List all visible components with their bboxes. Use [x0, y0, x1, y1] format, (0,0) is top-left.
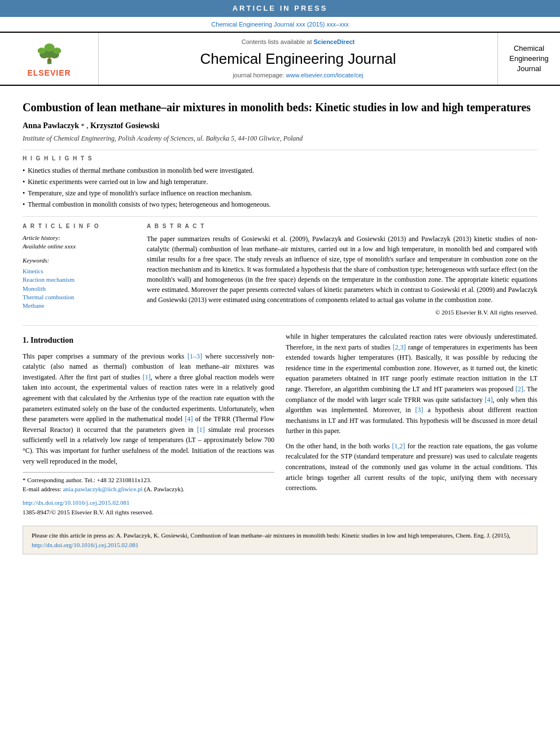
article-info-label: A R T I C L E I N F O — [23, 222, 135, 230]
keyword-kinetics[interactable]: Kinetics — [23, 267, 135, 276]
keyword-methane[interactable]: Methane — [23, 302, 135, 310]
intro-para-2: while in higher temperatures the calcula… — [286, 331, 537, 436]
journal-main-header-center: Contents lists available at ScienceDirec… — [99, 33, 498, 85]
ref-4b[interactable]: [4] — [485, 396, 493, 404]
instead-word: instead — [330, 463, 349, 471]
affiliation: Institute of Chemical Engineering, Polis… — [23, 134, 537, 143]
intro-para-3: On the other hand, in the both works [1,… — [286, 441, 537, 493]
article-history: Article history: Available online xxxx — [23, 234, 135, 251]
main-content: Combustion of lean methane–air mixtures … — [0, 86, 560, 563]
elsevier-logo-area: ELSEVIER — [0, 33, 99, 85]
ref-1[interactable]: [1] — [143, 373, 151, 381]
sciencedirect-link[interactable]: ScienceDirect — [314, 38, 355, 45]
highlights-label: H I G H L I G H T S — [23, 155, 537, 163]
author-pawlaczyk: Anna Pawlaczyk — [23, 121, 79, 130]
highlight-item: • Kinetics studies of thermal methane co… — [23, 166, 537, 176]
doi-section: http://dx.doi.org/10.1016/j.cej.2015.02.… — [23, 498, 274, 517]
divider — [23, 325, 537, 326]
keywords-section: Keywords: Kinetics Reaction mechanism Mo… — [23, 256, 135, 310]
ref-2-3[interactable]: [2,3] — [393, 343, 406, 351]
citation-doi-link[interactable]: http://dx.doi.org/10.1016/j.cej.2015.02.… — [32, 541, 139, 548]
highlights-section: H I G H L I G H T S • Kinetics studies o… — [23, 150, 537, 209]
elsevier-wordmark: ELSEVIER — [27, 68, 71, 79]
svg-point-7 — [53, 48, 61, 54]
ref-1-2[interactable]: [1,2] — [392, 442, 405, 450]
journal-side-logo: ChemicalEngineeringJournal — [498, 33, 560, 85]
copyright-line: © 2015 Elsevier B.V. All rights reserved… — [147, 308, 537, 317]
highlight-item: • Temperature, size and type of monolith… — [23, 189, 537, 198]
homepage-url[interactable]: www.elsevier.com/locate/cej — [286, 72, 364, 78]
intro-para-1: This paper comprises a summary of the pr… — [23, 351, 274, 467]
highlight-item: • Thermal combustion in monolith consist… — [23, 200, 537, 209]
info-abstract-section: A R T I C L E I N F O Article history: A… — [23, 216, 537, 317]
authors-line: Anna Pawlaczyk * , Krzysztof Gosiewski — [23, 120, 537, 132]
abstract-col: A B S T R A C T The paper summarizes res… — [147, 222, 537, 317]
that-word: that — [67, 394, 77, 402]
journal-ref-text: Chemical Engineering Journal xxx (2015) … — [211, 21, 348, 28]
svg-rect-1 — [48, 58, 50, 61]
body-col-right: while in higher temperatures the calcula… — [286, 331, 537, 517]
ref-4[interactable]: [4] — [185, 415, 193, 423]
keyword-thermal-combustion[interactable]: Thermal combustion — [23, 293, 135, 302]
svg-point-6 — [37, 48, 46, 54]
citation-bar: Please cite this article in press as: A.… — [23, 526, 537, 554]
email-link[interactable]: ania.pawlaczyk@iich.gliwice.pl — [63, 486, 142, 492]
keyword-monolith[interactable]: Monolith — [23, 285, 135, 293]
author-gosiewski: Krzysztof Gosiewski — [90, 121, 159, 130]
sciencedirect-line: Contents lists available at ScienceDirec… — [242, 38, 355, 46]
journal-header-bar: Chemical Engineering Journal xxx (2015) … — [0, 17, 560, 33]
body-col-left: 1. Introduction This paper comprises a s… — [23, 331, 274, 517]
ref-1b[interactable]: [1] — [197, 426, 205, 434]
journal-header: ELSEVIER Contents lists available at Sci… — [0, 33, 560, 86]
homepage-line: journal homepage: www.elsevier.com/locat… — [233, 71, 363, 80]
abstract-label: A B S T R A C T — [147, 222, 537, 230]
ref-1-3[interactable]: [1–3] — [187, 352, 202, 360]
doi-link-1[interactable]: http://dx.doi.org/10.1016/j.cej.2015.02.… — [23, 498, 274, 508]
intro-heading: 1. Introduction — [23, 334, 274, 347]
citation-text: Please cite this article in press as: A.… — [32, 532, 510, 539]
article-in-press-banner: ARTICLE IN PRESS — [0, 0, 560, 17]
footnote-section: * Corresponding author. Tel.: +48 32 231… — [23, 472, 274, 493]
svg-point-5 — [44, 43, 54, 52]
keyword-reaction-mechanism[interactable]: Reaction mechanism — [23, 276, 135, 284]
body-section: 1. Introduction This paper comprises a s… — [23, 331, 537, 517]
article-info-col: A R T I C L E I N F O Article history: A… — [23, 222, 135, 317]
doi-copyright: 1385-8947/© 2015 Elsevier B.V. All right… — [23, 509, 154, 516]
article-title: Combustion of lean methane–air mixtures … — [23, 100, 537, 115]
footnote-star: * Corresponding author. Tel.: +48 32 231… — [23, 476, 274, 484]
journal-title-main: Chemical Engineering Journal — [200, 49, 396, 69]
highlight-item: • Kinetic experiments were carried out i… — [23, 177, 537, 187]
footnote-email: E-mail address: ania.pawlaczyk@iich.gliw… — [23, 485, 274, 493]
ref-3b[interactable]: [3] — [415, 406, 423, 414]
ref-2b[interactable]: [2] — [515, 385, 523, 393]
elsevier-tree-icon — [34, 38, 65, 67]
abstract-text: The paper summarizes results of Gosiewsk… — [147, 234, 537, 305]
